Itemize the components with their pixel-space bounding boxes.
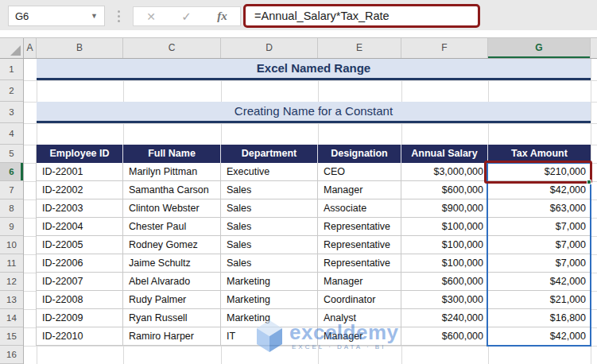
cell-department[interactable]: Marketing — [221, 273, 318, 291]
cell-name[interactable]: Abel Alvarado — [123, 273, 221, 291]
cell-department[interactable]: Marketing — [221, 291, 318, 309]
header-annual-salary[interactable]: Annual Salary — [401, 145, 488, 163]
cell-tax-active[interactable]: $210,000 — [488, 163, 591, 181]
col-header-b[interactable]: B — [37, 38, 123, 58]
cell-department[interactable]: Marketing — [221, 309, 318, 327]
formula-input[interactable]: =Annual_Salary*Tax_Rate — [246, 10, 390, 22]
cell-salary[interactable]: $100,000 — [401, 254, 488, 273]
cell-name[interactable]: Ramiro Harper — [123, 327, 221, 346]
cell-designation[interactable]: Representative — [318, 254, 401, 273]
cell-tax[interactable]: $42,000 — [488, 181, 591, 199]
cell-id[interactable]: ID-22005 — [37, 236, 123, 254]
row-header-4[interactable]: 4 — [0, 123, 23, 145]
cell-tax[interactable]: $7,000 — [488, 218, 591, 236]
row-header-9[interactable]: 9 — [0, 218, 23, 236]
col-header-e[interactable]: E — [318, 38, 401, 58]
title-banner[interactable]: Excel Named Range — [37, 59, 591, 80]
cell-id[interactable]: ID-22002 — [37, 181, 123, 199]
row-header-1[interactable]: 1 — [0, 59, 23, 80]
cell-id[interactable]: ID-22003 — [37, 199, 123, 218]
cell-name[interactable]: Marilyn Pittman — [123, 163, 221, 181]
cell-name[interactable]: Rudy Palmer — [123, 291, 221, 309]
cell-tax[interactable]: $7,000 — [488, 254, 591, 273]
chevron-down-icon[interactable]: ▼ — [91, 12, 104, 20]
cell-name[interactable]: Rodney Gomez — [123, 236, 221, 254]
col-header-g-selected[interactable]: G — [488, 38, 591, 58]
header-employee-id[interactable]: Employee ID — [37, 145, 123, 163]
cell-designation[interactable]: Analyst — [318, 309, 401, 327]
row-header-10[interactable]: 10 — [0, 236, 23, 254]
cell-salary[interactable]: $600,000 — [401, 181, 488, 199]
cell-department[interactable]: Sales — [221, 218, 318, 236]
cell-salary[interactable]: $900,000 — [401, 199, 488, 218]
cell-department[interactable]: Executive — [221, 163, 318, 181]
row-header-7[interactable]: 7 — [0, 181, 23, 199]
row-header-15[interactable]: 15 — [0, 327, 23, 346]
cell-department[interactable]: Sales — [221, 254, 318, 273]
cell-salary[interactable]: $100,000 — [401, 236, 488, 254]
cell-id[interactable]: ID-22010 — [37, 327, 123, 346]
cell-id[interactable]: ID-22008 — [37, 291, 123, 309]
cell-department[interactable]: Sales — [221, 199, 318, 218]
enter-icon[interactable]: ✓ — [181, 10, 192, 24]
cell-department[interactable]: Sales — [221, 181, 318, 199]
cancel-icon[interactable]: ✕ — [146, 10, 156, 23]
cell-designation[interactable]: Associate — [318, 199, 401, 218]
col-header-f[interactable]: F — [401, 38, 488, 58]
header-department[interactable]: Department — [221, 145, 318, 163]
row-header-11[interactable]: 11 — [0, 254, 23, 273]
cell-tax[interactable]: $21,000 — [488, 291, 591, 309]
insert-function-icon[interactable]: fx — [217, 10, 227, 23]
cell-name[interactable]: Clinton Webster — [123, 199, 221, 218]
cell-name[interactable]: Samantha Carson — [123, 181, 221, 199]
col-header-c[interactable]: C — [123, 38, 221, 58]
cell-tax[interactable]: $7,000 — [488, 236, 591, 254]
fill-handle[interactable] — [587, 180, 591, 184]
cell-designation[interactable]: Coordinator — [318, 291, 401, 309]
header-tax-amount[interactable]: Tax Amount — [488, 145, 591, 163]
cell-id[interactable]: ID-22006 — [37, 254, 123, 273]
cell-department[interactable]: IT — [221, 327, 318, 346]
cell-salary[interactable]: $600,000 — [401, 273, 488, 291]
cell-name[interactable]: Ryan Russell — [123, 309, 221, 327]
cell-name[interactable]: Jaime Schultz — [123, 254, 221, 273]
row-header-8[interactable]: 8 — [0, 199, 23, 218]
name-box[interactable]: G6 ▼ — [8, 6, 105, 26]
header-designation[interactable]: Designation — [318, 145, 401, 163]
cell-designation[interactable]: Manager — [318, 181, 401, 199]
cell-name[interactable]: Chester Paul — [123, 218, 221, 236]
row-header-16[interactable]: 16 — [0, 346, 23, 364]
row-header-6-selected[interactable]: 6 — [0, 163, 23, 181]
cell-designation[interactable]: Manager — [318, 273, 401, 291]
cell-tax[interactable]: $42,000 — [488, 273, 591, 291]
col-header-d[interactable]: D — [221, 38, 318, 58]
cell-department[interactable]: Sales — [221, 236, 318, 254]
cell-salary[interactable]: $240,000 — [401, 309, 488, 327]
cell-id[interactable]: ID-22009 — [37, 309, 123, 327]
select-all-button[interactable] — [0, 38, 24, 58]
cell-designation[interactable]: Manager — [318, 327, 401, 346]
cell-tax[interactable]: $42,000 — [488, 327, 591, 346]
cell-salary[interactable]: $300,000 — [401, 291, 488, 309]
cell-salary[interactable]: $600,000 — [401, 327, 488, 346]
header-full-name[interactable]: Full Name — [123, 145, 221, 163]
row-header-14[interactable]: 14 — [0, 309, 23, 327]
cell-salary[interactable]: $3,000,000 — [401, 163, 488, 181]
row-header-12[interactable]: 12 — [0, 273, 23, 291]
col-header-a[interactable]: A — [24, 38, 37, 58]
row-header-3[interactable]: 3 — [0, 102, 23, 123]
cell-id[interactable]: ID-22004 — [37, 218, 123, 236]
cell-designation[interactable]: Representative — [318, 218, 401, 236]
cell-tax[interactable]: $63,000 — [488, 199, 591, 218]
cell-designation[interactable]: CEO — [318, 163, 401, 181]
cell-salary[interactable]: $100,000 — [401, 218, 488, 236]
row-header-13[interactable]: 13 — [0, 291, 23, 309]
cell-designation[interactable]: Representative — [318, 236, 401, 254]
cell-id[interactable]: ID-22007 — [37, 273, 123, 291]
cell-id[interactable]: ID-22001 — [37, 163, 123, 181]
cell-tax[interactable]: $16,800 — [488, 309, 591, 327]
row-header-5[interactable]: 5 — [0, 145, 23, 163]
formula-bar-drag-handle[interactable] — [115, 7, 122, 25]
subtitle-banner[interactable]: Creating Name for a Constant — [37, 102, 591, 123]
row-header-2[interactable]: 2 — [0, 80, 23, 102]
